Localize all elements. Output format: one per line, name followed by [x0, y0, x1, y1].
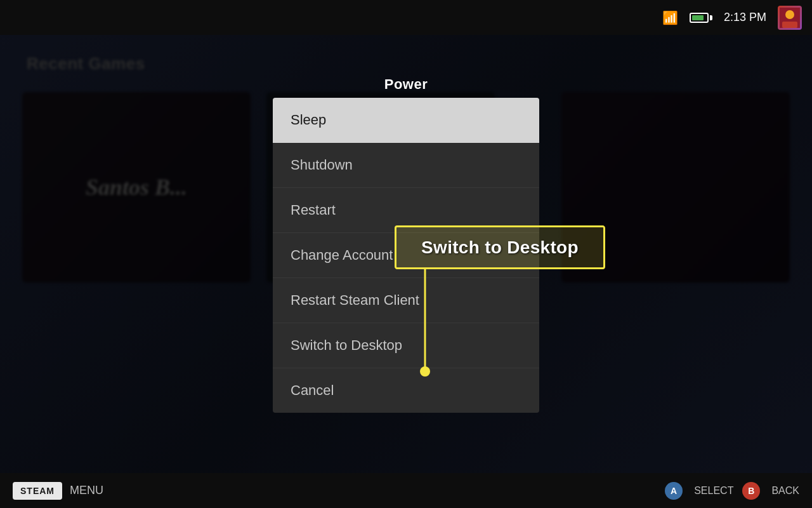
bottom-left-controls: STEAM MENU	[13, 482, 103, 500]
callout-box: Switch to Desktop	[395, 225, 605, 269]
svg-rect-2	[782, 22, 797, 28]
battery-tip	[710, 15, 712, 20]
time-display: 2:13 PM	[724, 11, 766, 24]
svg-point-1	[785, 10, 794, 19]
menu-item-shutdown[interactable]: Shutdown	[273, 143, 539, 188]
status-bar: 📶 2:13 PM	[0, 0, 812, 35]
battery-body	[690, 13, 709, 23]
menu-label: MENU	[70, 484, 103, 497]
battery-fill	[692, 15, 704, 20]
b-button[interactable]: B	[742, 482, 760, 500]
menu-item-switch-to-desktop[interactable]: Switch to Desktop	[273, 323, 539, 368]
steam-button[interactable]: STEAM	[13, 482, 62, 500]
bottom-bar: STEAM MENU A SELECT B BACK	[0, 473, 812, 508]
menu-item-restart-steam[interactable]: Restart Steam Client	[273, 278, 539, 323]
a-button[interactable]: A	[665, 482, 683, 500]
bottom-right-controls: A SELECT B BACK	[665, 482, 799, 500]
battery-icon	[690, 13, 712, 23]
select-label: SELECT	[694, 485, 733, 497]
callout-text: Switch to Desktop	[421, 237, 579, 258]
wifi-icon: 📶	[662, 10, 678, 25]
user-avatar[interactable]	[778, 6, 802, 30]
power-dialog-title: Power	[273, 76, 539, 93]
back-label: BACK	[771, 485, 799, 497]
menu-item-cancel[interactable]: Cancel	[273, 368, 539, 413]
menu-item-sleep[interactable]: Sleep	[273, 98, 539, 143]
